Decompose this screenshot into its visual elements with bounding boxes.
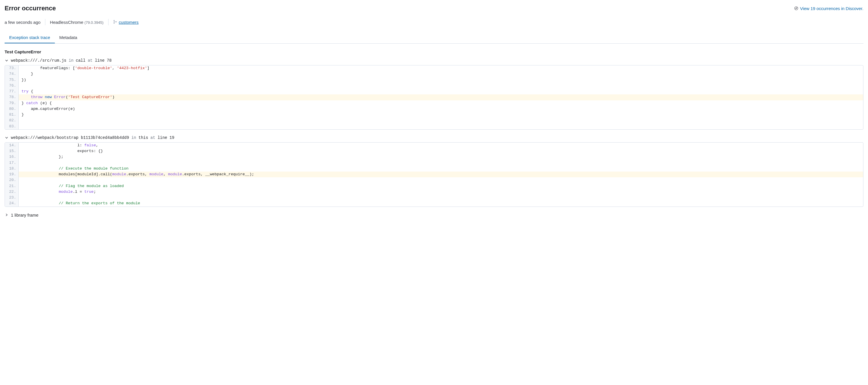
discover-link[interactable]: View 19 occurrences in Discover. (794, 6, 863, 11)
chevron-down-icon (5, 136, 9, 140)
code-line: 16. }; (5, 154, 863, 160)
code-line: 73. featureFlags: ['double-trouble', '44… (5, 65, 863, 71)
code-line: 76. (5, 83, 863, 89)
code-content: } (19, 71, 863, 77)
meta-row: a few seconds ago HeadlessChrome (79.0.3… (5, 19, 863, 25)
service-name: customers (119, 20, 138, 25)
discover-link-label: View 19 occurrences in Discover. (800, 6, 863, 11)
code-content: exports: {} (19, 148, 863, 154)
library-frame-toggle[interactable]: 1 library frame (5, 213, 863, 218)
frame-header[interactable]: webpack:///webpack/bootstrap b1113b74ced… (5, 135, 863, 140)
line-number: 15. (5, 148, 19, 154)
line-number: 80. (5, 106, 19, 112)
frame-line-number: 19 (169, 135, 175, 140)
code-content: module.l = true; (19, 189, 863, 195)
code-content: modules[moduleId].call(module.exports, m… (19, 171, 863, 177)
code-content (19, 160, 863, 166)
code-line: 24. // Return the exports of the module (5, 200, 863, 206)
code-line: 14. l: false, (5, 142, 863, 148)
timestamp: a few seconds ago (5, 20, 45, 25)
code-line: 23. (5, 195, 863, 200)
code-content: throw new Error('Test CaptureError') (19, 94, 863, 100)
code-content (19, 83, 863, 89)
code-content: try { (19, 89, 863, 94)
code-content (19, 124, 863, 129)
code-line: 21. // Flag the module as loaded (5, 183, 863, 189)
frame-at-word: at (150, 135, 155, 140)
line-number: 79. (5, 100, 19, 106)
svg-point-0 (795, 7, 798, 10)
code-content: featureFlags: ['double-trouble', '4423-h… (19, 65, 863, 71)
frame-header[interactable]: webpack:///./src/rum.js in call at line … (5, 58, 863, 63)
line-number: 82. (5, 118, 19, 123)
code-content: l: false, (19, 142, 863, 148)
frame-function: call (76, 58, 86, 63)
line-number: 22. (5, 189, 19, 195)
line-number: 14. (5, 142, 19, 148)
code-line: 77.try { (5, 89, 863, 94)
code-block: 14. l: false,15. exports: {}16. };17.18.… (5, 142, 863, 207)
line-number: 20. (5, 177, 19, 183)
browser-name: HeadlessChrome (50, 20, 83, 25)
page-title: Error occurrence (5, 5, 56, 12)
separator (45, 19, 45, 25)
line-number: 21. (5, 183, 19, 189)
tab-stacktrace[interactable]: Exception stack trace (5, 32, 55, 43)
line-number: 78. (5, 94, 19, 100)
chevron-right-icon (5, 213, 9, 217)
tabs: Exception stack trace Metadata (5, 32, 863, 43)
code-line: 19. modules[moduleId].call(module.export… (5, 171, 863, 177)
chevron-down-icon (5, 59, 9, 63)
code-content: // Flag the module as loaded (19, 183, 863, 189)
code-line: 20. (5, 177, 863, 183)
code-line: 82. (5, 118, 863, 123)
exception-name: Test CaptureError (5, 49, 863, 54)
stack-frames: webpack:///./src/rum.js in call at line … (5, 58, 863, 207)
code-content: // Execute the module function (19, 166, 863, 171)
code-content (19, 118, 863, 123)
service-link[interactable]: customers (113, 20, 138, 25)
code-line: 83. (5, 124, 863, 129)
code-block: 73. featureFlags: ['double-trouble', '44… (5, 65, 863, 130)
code-line: 79.} catch (e) { (5, 100, 863, 106)
header-row: Error occurrence View 19 occurrences in … (5, 5, 863, 12)
code-line: 17. (5, 160, 863, 166)
line-number: 74. (5, 71, 19, 77)
browser-info: HeadlessChrome (79.0.3945) (50, 20, 108, 25)
code-content: apm.captureError(e) (19, 106, 863, 112)
svg-point-3 (116, 21, 117, 22)
code-content (19, 195, 863, 200)
frame-function: this (138, 135, 148, 140)
frame-in-word: in (69, 58, 73, 63)
line-number: 81. (5, 112, 19, 118)
tab-metadata[interactable]: Metadata (55, 32, 82, 43)
line-number: 17. (5, 160, 19, 166)
frame-at-word: at (88, 58, 93, 63)
line-number: 83. (5, 124, 19, 129)
library-frame-label: 1 library frame (11, 213, 38, 218)
frame-line-number: 78 (107, 58, 112, 63)
code-line: 78. throw new Error('Test CaptureError') (5, 94, 863, 100)
svg-point-2 (114, 23, 115, 24)
code-content: } catch (e) { (19, 100, 863, 106)
line-number: 19. (5, 171, 19, 177)
line-number: 24. (5, 200, 19, 206)
stack-frame: webpack:///./src/rum.js in call at line … (5, 58, 863, 130)
code-content: }; (19, 154, 863, 160)
line-number: 75. (5, 77, 19, 83)
line-number: 73. (5, 65, 19, 71)
frame-file: webpack:///./src/rum.js (11, 58, 66, 63)
frame-file: webpack:///webpack/bootstrap b1113b74ced… (11, 135, 129, 140)
code-line: 81.} (5, 112, 863, 118)
code-line: 22. module.l = true; (5, 189, 863, 195)
code-line: 80. apm.captureError(e) (5, 106, 863, 112)
frame-line-word: line (158, 135, 167, 140)
browser-version: (79.0.3945) (84, 20, 104, 25)
compass-icon (794, 6, 798, 10)
separator (108, 19, 108, 25)
svg-point-1 (114, 20, 115, 21)
merge-icon (113, 20, 117, 25)
code-content: } (19, 112, 863, 118)
code-line: 18. // Execute the module function (5, 166, 863, 171)
frame-in-word: in (131, 135, 136, 140)
